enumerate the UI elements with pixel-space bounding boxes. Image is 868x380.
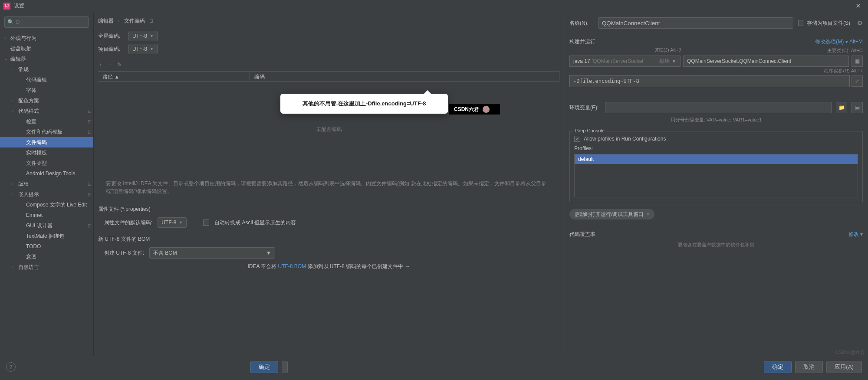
- sidebar-item[interactable]: GUI 设计器⊡: [0, 220, 93, 231]
- profile-default-item[interactable]: default: [575, 154, 858, 164]
- browse-icon[interactable]: ▣: [852, 56, 863, 67]
- env-hint-text: 用分号分隔变量: VAR=value; VAR1=value1: [569, 117, 863, 123]
- env-label: 环境变量(E):: [569, 104, 601, 111]
- jre-select[interactable]: java 17 'QQMainServerSocket' 模块 ▼: [569, 56, 681, 67]
- chevron-icon: ›: [12, 182, 18, 186]
- ascii-label: 自动转换成 Ascii 但显示原生的内容: [214, 219, 296, 226]
- edit-icon[interactable]: ✎: [117, 62, 122, 68]
- sidebar-item-label: 代码编辑: [26, 76, 92, 84]
- config-name-input[interactable]: [598, 17, 793, 29]
- sidebar-item[interactable]: 文件类型: [0, 158, 93, 168]
- sidebar-item[interactable]: 代码编辑: [0, 75, 93, 85]
- sidebar-item[interactable]: 文件和代码模板⊡: [0, 127, 93, 137]
- tag-remove-icon[interactable]: ×: [646, 211, 649, 217]
- chevron-icon: ⌄: [4, 57, 10, 61]
- sidebar-item[interactable]: ›外观与行为: [0, 33, 93, 43]
- encoding-help-text: 要更改 IntelliJ IDEA 为文件、目录或整个项目使用的编码，请根据需要…: [98, 177, 559, 198]
- modify-options-link[interactable]: 修改选项(M) ▾ Alt+M: [815, 38, 863, 46]
- profiles-label: Profiles:: [574, 145, 858, 151]
- sidebar-item[interactable]: TextMate 捆绑包: [0, 231, 93, 241]
- sidebar-item[interactable]: ⌄编辑器: [0, 54, 93, 64]
- sidebar-item[interactable]: Emmet: [0, 210, 93, 220]
- save-as-checkbox[interactable]: [798, 20, 804, 26]
- pin-icon: ⊡: [88, 108, 92, 114]
- close-icon[interactable]: ✕: [852, 2, 865, 10]
- bom-create-value: 不含 BOM: [153, 249, 177, 257]
- col-encoding[interactable]: 编码: [250, 72, 559, 81]
- sidebar-item[interactable]: ›代码样式⊡: [0, 106, 93, 116]
- sidebar-item-label: 版权: [18, 180, 86, 188]
- bottom-watermark: CSDN @六君: [835, 349, 865, 356]
- sidebar-item[interactable]: ›版权⊡: [0, 179, 93, 189]
- sidebar-item-label: 自然语言: [18, 264, 92, 271]
- bom-note-post: 添加到以 UTF-8 编码的每个已创建文件中 →: [306, 263, 410, 269]
- expand-icon[interactable]: ⤢: [852, 75, 863, 87]
- sidebar-item[interactable]: 检查⊡: [0, 116, 93, 127]
- sidebar-item-label: Android Design Tools: [26, 170, 92, 177]
- global-encoding-label: 全局编码:: [98, 33, 124, 40]
- table-toolbar: ＋ － ✎: [98, 58, 559, 71]
- search-input-wrapper[interactable]: 🔍: [4, 16, 89, 28]
- coverage-modify-link[interactable]: 修改 ▾: [848, 231, 863, 238]
- gear-icon[interactable]: ⚙: [857, 20, 863, 26]
- sidebar-item[interactable]: 意图: [0, 252, 93, 262]
- bom-section-header: 新 UTF-8 文件的 BOM: [98, 236, 559, 243]
- chevron-right-icon: ›: [118, 18, 120, 24]
- col-path[interactable]: 路径 ▲: [98, 72, 250, 81]
- add-icon[interactable]: ＋: [98, 61, 103, 69]
- tag-label: 启动时打开运行/调试工具窗口: [575, 211, 644, 218]
- profiles-list[interactable]: default: [574, 154, 858, 197]
- settings-sidebar: 🔍 ›外观与行为键盘映射⌄编辑器›常规代码编辑字体›配色方案›代码样式⊡检查⊡文…: [0, 12, 94, 356]
- sidebar-item[interactable]: 键盘映射: [0, 43, 93, 54]
- vm-options-input[interactable]: [569, 75, 850, 87]
- reset-icon[interactable]: ⊡: [149, 18, 153, 24]
- chevron-down-icon: ▼: [179, 220, 183, 225]
- apply-button[interactable]: 应用(A): [826, 361, 862, 373]
- bom-note-link[interactable]: UTF-8 BOM: [278, 263, 306, 269]
- sidebar-item[interactable]: 文件编码⊡: [0, 137, 93, 147]
- sidebar-item[interactable]: ›自然语言: [0, 262, 93, 272]
- cancel-button[interactable]: 取消: [795, 361, 823, 373]
- ok-button-left[interactable]: 确定: [250, 361, 278, 373]
- main-class-input[interactable]: QQMainServerSocket.QQMainConnectClient: [683, 56, 849, 67]
- bom-create-select[interactable]: 不含 BOM ▼: [149, 247, 275, 259]
- pin-icon: ⊡: [88, 223, 92, 229]
- breadcrumb-file-encodings: 文件编码: [124, 17, 145, 25]
- sidebar-item[interactable]: Android Design Tools: [0, 168, 93, 179]
- settings-tree: ›外观与行为键盘映射⌄编辑器›常规代码编辑字体›配色方案›代码样式⊡检查⊡文件和…: [0, 32, 93, 356]
- sidebar-item[interactable]: ›配色方案: [0, 95, 93, 106]
- module-label: 模块: [659, 58, 670, 65]
- global-encoding-select[interactable]: UTF-8 ▼: [128, 31, 158, 41]
- folder-icon[interactable]: 📁: [836, 102, 847, 113]
- grep-legend: Grep Console: [573, 128, 606, 133]
- remove-icon[interactable]: －: [108, 61, 113, 69]
- properties-section-header: 属性文件 (*.properties): [98, 206, 559, 213]
- help-icon[interactable]: ?: [6, 362, 16, 372]
- sidebar-item[interactable]: TODO: [0, 241, 93, 252]
- sidebar-item-label: 文件类型: [26, 160, 92, 167]
- ascii-checkbox[interactable]: [203, 219, 209, 226]
- save-as-project-file[interactable]: 存储为项目文件(S): [798, 20, 850, 27]
- sidebar-item-label: 键盘映射: [10, 45, 92, 52]
- split-button[interactable]: [282, 361, 288, 373]
- allow-profiles-checkbox[interactable]: ✓: [574, 136, 580, 142]
- chevron-down-icon: ▼: [671, 58, 677, 64]
- sidebar-item[interactable]: 实时模板: [0, 147, 93, 158]
- expand-env-icon[interactable]: ▣: [852, 102, 863, 113]
- props-default-select[interactable]: UTF-8 ▼: [158, 217, 187, 228]
- sidebar-item[interactable]: ›嵌入提示⊡: [0, 189, 93, 200]
- search-input[interactable]: [16, 19, 86, 25]
- sidebar-item-label: 文件和代码模板: [26, 128, 86, 136]
- sidebar-item[interactable]: 字体: [0, 85, 93, 95]
- breadcrumb-editor[interactable]: 编辑器: [98, 17, 114, 25]
- sidebar-item-label: 配色方案: [18, 97, 92, 105]
- run-config-panel: 名称(N): 存储为项目文件(S) ⚙ 构建并运行 修改选项(M) ▾ Alt+…: [564, 12, 868, 356]
- ok-button[interactable]: 确定: [764, 361, 792, 373]
- sidebar-item-label: 意图: [26, 253, 92, 261]
- breadcrumb: 编辑器 › 文件编码 ⊡: [98, 12, 559, 29]
- sidebar-item[interactable]: ›常规: [0, 64, 93, 75]
- sidebar-item[interactable]: Compose 文字的 Live Edit: [0, 200, 93, 210]
- env-input[interactable]: [605, 102, 832, 113]
- open-run-window-tag[interactable]: 启动时打开运行/调试工具窗口 ×: [569, 209, 654, 219]
- project-encoding-select[interactable]: UTF-8 ▼: [128, 44, 158, 54]
